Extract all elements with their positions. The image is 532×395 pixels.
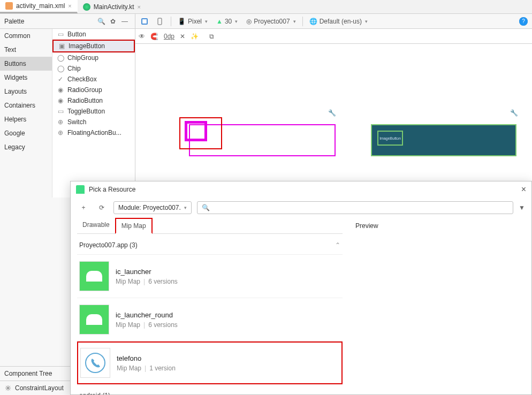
palette-item-togglebutton[interactable]: ▭ToggleButton <box>52 106 135 117</box>
tab-mipmap[interactable]: Mip Map <box>115 218 153 234</box>
default-margin[interactable]: 0dp <box>164 33 174 40</box>
palette-cat-helpers[interactable]: Helpers <box>0 112 52 126</box>
resource-thumbnail <box>79 261 109 291</box>
surface-mode-icon[interactable] <box>139 18 150 25</box>
dialog-toolbar: + ⟳ Module: Proyecto007. 🔍 ▼ <box>71 198 531 218</box>
module-dropdown[interactable]: Module: Proyecto007. <box>113 201 192 214</box>
orientation-icon[interactable] <box>155 18 166 25</box>
device-dropdown[interactable]: 📱 Pixel <box>176 18 210 25</box>
palette-item-imagebutton[interactable]: ▣ImageButton <box>52 40 135 52</box>
palette-header: Palette 🔍 ✿ — <box>0 14 135 29</box>
xml-file-icon <box>5 2 13 10</box>
svg-rect-1 <box>142 19 147 24</box>
resource-item-ic-launcher[interactable]: ic_launcher Mip Map|6 versions <box>77 255 343 298</box>
guidelines-icon[interactable]: ⧉ <box>209 33 214 40</box>
palette-cat-widgets[interactable]: Widgets <box>0 71 52 85</box>
palette-categories: Common Text Buttons Widgets Layouts Cont… <box>0 29 52 198</box>
imagebutton-icon: ▣ <box>58 42 65 50</box>
android-icon <box>76 185 85 194</box>
close-icon[interactable]: × <box>521 185 526 194</box>
file-tab-label: activity_main.xml <box>16 2 65 10</box>
svg-point-3 <box>86 353 105 373</box>
palette-title: Palette <box>4 18 95 25</box>
close-icon[interactable]: × <box>138 4 141 10</box>
filter-icon[interactable]: ▼ <box>519 204 525 211</box>
widget-placeholder[interactable] <box>185 121 207 141</box>
resource-group-header-android[interactable]: android (1) <box>77 384 343 394</box>
palette-item-radiogroup[interactable]: ◉RadioGroup <box>52 85 135 95</box>
chipgroup-icon: ◯ <box>57 54 64 62</box>
design-preview[interactable] <box>189 124 336 156</box>
radiobutton-icon: ◉ <box>57 97 64 104</box>
theme-dropdown[interactable]: ◎ Proyecto007 <box>244 18 298 25</box>
resource-item-ic-launcher-round[interactable]: ic_launcher_round Mip Map|6 versions <box>77 298 343 341</box>
close-icon[interactable]: × <box>68 3 71 9</box>
palette-item-button[interactable]: ▭Button <box>52 29 135 40</box>
file-tabs: activity_main.xml × MainActivity.kt × <box>0 0 532 14</box>
palette-item-checkbox[interactable]: ✓CheckBox <box>52 74 135 85</box>
tab-drawable[interactable]: Drawable <box>77 218 115 233</box>
radiogroup-icon: ◉ <box>57 86 64 94</box>
minimize-icon[interactable]: — <box>119 18 131 25</box>
fab-icon: ⊕ <box>57 129 64 136</box>
wrench-icon[interactable]: 🔧 <box>510 109 518 117</box>
selection-box <box>179 117 222 149</box>
dialog-title: Pick a Resource <box>89 186 521 193</box>
resource-thumbnail <box>80 348 110 378</box>
palette-items: ▭Button ▣ImageButton ◯ChipGroup ◯Chip ✓C… <box>52 29 135 198</box>
preview-pane: Preview <box>349 218 531 394</box>
gear-icon[interactable]: ✿ <box>107 18 119 25</box>
add-resource-button[interactable]: + <box>77 201 90 214</box>
clear-constraints-icon[interactable]: ✕ <box>180 33 185 40</box>
file-tab-activity-main[interactable]: activity_main.xml × <box>0 0 78 13</box>
file-tab-label: MainActivity.kt <box>94 3 134 11</box>
constraintlayout-icon <box>4 384 12 392</box>
palette-item-radiobutton[interactable]: ◉RadioButton <box>52 95 135 106</box>
palette-cat-layouts[interactable]: Layouts <box>0 85 52 98</box>
checkbox-icon: ✓ <box>57 75 64 83</box>
view-options-icon[interactable]: 👁 <box>139 33 145 40</box>
resource-list: Drawable Mip Map Proyecto007.app (3) ⌃ i… <box>71 218 349 394</box>
palette-cat-buttons[interactable]: Buttons <box>0 57 52 71</box>
palette-cat-containers[interactable]: Containers <box>0 98 52 112</box>
switch-icon: ⊕ <box>57 118 64 126</box>
magnet-icon[interactable]: 🧲 <box>150 33 158 40</box>
help-icon[interactable]: ? <box>519 17 528 26</box>
refresh-button[interactable]: ⟳ <box>95 201 108 214</box>
preview-label: Preview <box>355 222 525 230</box>
palette-item-chip[interactable]: ◯Chip <box>52 63 135 74</box>
resource-item-telefono[interactable]: telefono Mip Map|1 version <box>77 341 343 384</box>
locale-dropdown[interactable]: 🌐 Default (en-us) <box>307 18 370 25</box>
resource-picker-dialog: Pick a Resource × + ⟳ Module: Proyecto00… <box>70 181 532 395</box>
resource-group-header[interactable]: Proyecto007.app (3) ⌃ <box>77 234 343 255</box>
kotlin-file-icon <box>83 3 90 11</box>
api-dropdown[interactable]: ▲ 30 <box>214 18 240 25</box>
palette-cat-text[interactable]: Text <box>0 43 52 57</box>
palette-cat-legacy[interactable]: Legacy <box>0 140 52 154</box>
chevron-up-icon: ⌃ <box>335 241 340 249</box>
file-tab-mainactivity[interactable]: MainActivity.kt × <box>78 0 147 13</box>
toggle-icon: ▭ <box>57 108 64 115</box>
design-toolbar-2: 👁 🧲 0dp ✕ ✨ ⧉ ? <box>135 29 532 44</box>
search-icon[interactable]: 🔍 <box>95 18 107 25</box>
infer-constraints-icon[interactable]: ✨ <box>191 33 199 40</box>
palette-item-chipgroup[interactable]: ◯ChipGroup <box>52 52 135 63</box>
wrench-icon[interactable]: 🔧 <box>328 109 336 117</box>
design-toolbar: 📱 Pixel ▲ 30 ◎ Proyecto007 🌐 Default (en… <box>135 14 532 29</box>
palette-cat-google[interactable]: Google <box>0 126 52 140</box>
palette-item-fab[interactable]: ⊕FloatingActionBu... <box>52 127 135 138</box>
resource-thumbnail <box>79 305 109 335</box>
design-surface[interactable]: 🔧 🔧 ImageButton <box>135 44 532 119</box>
blueprint-widget[interactable]: ImageButton <box>377 131 403 146</box>
svg-rect-2 <box>158 18 162 25</box>
blueprint-preview[interactable]: ImageButton <box>371 124 516 156</box>
palette-item-switch[interactable]: ⊕Switch <box>52 117 135 127</box>
search-icon: 🔍 <box>202 204 210 211</box>
dialog-header: Pick a Resource × <box>71 181 531 198</box>
search-input[interactable]: 🔍 <box>197 201 513 214</box>
palette-cat-common[interactable]: Common <box>0 29 52 43</box>
button-icon: ▭ <box>57 31 64 38</box>
chip-icon: ◯ <box>57 65 64 72</box>
resource-type-tabs: Drawable Mip Map <box>77 218 343 234</box>
